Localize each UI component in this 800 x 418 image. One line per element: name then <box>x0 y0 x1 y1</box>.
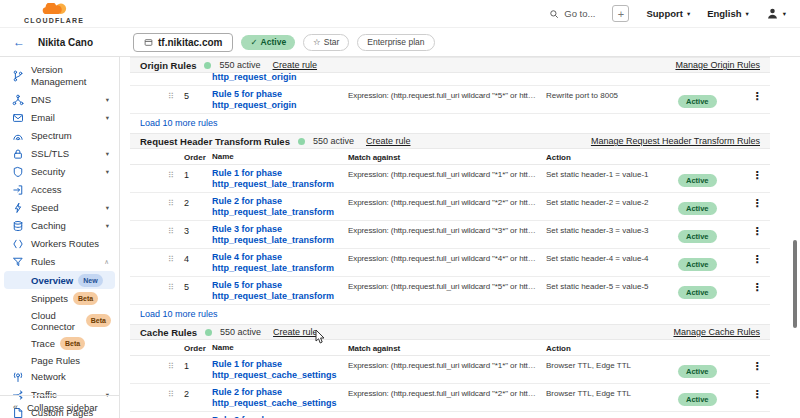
back-arrow-icon[interactable]: ← <box>13 36 25 48</box>
rule-name-link[interactable]: Rule 3 for phase http_request_late_trans… <box>212 224 348 246</box>
sidebar-item-caching[interactable]: Caching ▾ <box>0 217 119 235</box>
sidebar-subitem-label: Trace <box>31 338 55 349</box>
sidebar-item-version-management[interactable]: Version Management <box>0 61 119 91</box>
sidebar-item-snippets[interactable]: Snippets Beta <box>0 289 119 307</box>
rule-match: Expression: (http.request.full_uri wildc… <box>348 387 546 398</box>
rule-name-line1: Rule 5 for phase <box>212 280 348 291</box>
active-count-dot <box>205 329 212 336</box>
account-name[interactable]: Nikita Cano <box>38 37 93 48</box>
sidebar-item-access[interactable]: Access <box>0 181 119 199</box>
sidebar-item-workers-routes[interactable]: Workers Routes <box>0 235 119 253</box>
cloudflare-cloud-icon <box>39 3 69 16</box>
rule-action: Set static header-4 = value-4 <box>546 252 678 263</box>
kebab-menu-icon[interactable]: ⋮ <box>744 359 770 373</box>
section-title: Origin Rules <box>140 60 196 71</box>
sidebar-item-label: Spectrum <box>31 130 72 142</box>
rule-action: Set static header-5 = value-5 <box>546 280 678 291</box>
rule-name-link[interactable]: Rule 1 for phase http_request_cache_sett… <box>212 359 348 381</box>
add-site-button[interactable]: + <box>612 5 629 22</box>
kebab-menu-icon[interactable]: ⋮ <box>744 168 770 182</box>
drag-handle-icon[interactable]: ⠿ <box>168 89 184 101</box>
drag-handle-icon[interactable]: ⠿ <box>168 280 184 292</box>
domain-selector[interactable]: tf.nikitac.com <box>133 33 233 52</box>
cloudflare-logo[interactable]: CLOUDFLARE <box>24 3 84 24</box>
rule-name-link[interactable]: http_request_origin <box>212 73 297 82</box>
rule-match: Expression: (http.request.full_uri wildc… <box>348 168 546 179</box>
sidebar-item-rules[interactable]: Rules ∧ <box>0 253 119 271</box>
goto-search[interactable]: Go to... <box>549 8 595 19</box>
drag-handle-icon[interactable]: ⠿ <box>168 196 184 208</box>
chevron-down-icon: ▾ <box>106 166 109 178</box>
sidebar-item-dns[interactable]: DNS ▾ <box>0 91 119 109</box>
collapse-sidebar-button[interactable]: « Collapse sidebar <box>0 395 119 418</box>
table-row: ⠿ 5 Rule 5 for phase http_request_late_t… <box>130 277 770 305</box>
sidebar-item-cloud-connector[interactable]: Cloud Connector Beta <box>0 307 119 334</box>
manage-cache-rules-link[interactable]: Manage Cache Rules <box>673 327 760 337</box>
sidebar-item-label: SSL/TLS <box>31 148 69 160</box>
support-menu[interactable]: Support ▾ <box>646 8 690 19</box>
sidebar-item-spectrum[interactable]: Spectrum <box>0 127 119 145</box>
rule-name-link[interactable]: Rule 1 for phase http_request_late_trans… <box>212 168 348 190</box>
drag-handle-icon[interactable]: ⠿ <box>168 224 184 236</box>
chevron-down-icon: ▾ <box>106 148 109 160</box>
rule-name-line2: http_request_late_transform <box>212 179 348 190</box>
rule-order: 3 <box>184 224 212 236</box>
kebab-menu-icon[interactable]: ⋮ <box>744 280 770 294</box>
kebab-menu-icon[interactable]: ⋮ <box>744 387 770 401</box>
kebab-menu-icon[interactable]: ⋮ <box>744 224 770 238</box>
column-action: Action <box>546 151 678 162</box>
sidebar-item-security[interactable]: Security ▾ <box>0 163 119 181</box>
scrollbar-thumb[interactable] <box>793 240 797 328</box>
status-badge: Active <box>678 286 717 299</box>
manage-origin-rules-link[interactable]: Manage Origin Rules <box>675 60 760 70</box>
sidebar-item-network[interactable]: Network <box>0 368 119 386</box>
rule-order: 1 <box>184 168 212 180</box>
collapse-icon: « <box>13 402 18 412</box>
create-rule-link[interactable]: Create rule <box>273 60 318 70</box>
sidebar-item-trace[interactable]: Trace Beta <box>0 334 119 352</box>
table-row: ⠿ 2 Rule 2 for phase http_request_cache_… <box>130 384 770 412</box>
sidebar-item-speed[interactable]: Speed ▾ <box>0 199 119 217</box>
sidebar-item-ssl-tls[interactable]: SSL/TLS ▾ <box>0 145 119 163</box>
sidebar-item-label: Email <box>31 112 55 124</box>
rule-name-link[interactable]: Rule 5 for phase http_request_origin <box>212 89 348 111</box>
workers-routes-icon <box>12 238 24 250</box>
table-row: ⠿ 3 Rule 3 for phase http_request_late_t… <box>130 221 770 249</box>
sidebar-item-label: DNS <box>31 94 51 106</box>
column-action: Action <box>546 342 678 353</box>
manage-request-header-transform-rules-link[interactable]: Manage Request Header Transform Rules <box>591 136 760 146</box>
sidebar-item-overview[interactable]: Overview New <box>4 271 115 289</box>
rule-name-line2: http_request_late_transform <box>212 207 348 218</box>
user-menu[interactable]: ▾ <box>766 7 786 20</box>
table-row-clipped: http_request_origin <box>130 73 770 86</box>
sidebar-item-label: Access <box>31 184 62 196</box>
funnel-icon <box>12 256 24 268</box>
language-menu[interactable]: English ▾ <box>707 8 749 19</box>
drag-handle-icon[interactable]: ⠿ <box>168 168 184 180</box>
sidebar-item-page-rules[interactable]: Page Rules <box>0 352 119 368</box>
rule-name-link[interactable]: Rule 4 for phase http_request_late_trans… <box>212 252 348 274</box>
star-button[interactable]: ☆ Star <box>303 34 349 51</box>
kebab-menu-icon[interactable]: ⋮ <box>744 196 770 210</box>
status-cell: Active <box>678 168 744 187</box>
rule-name-link[interactable]: Rule 2 for phase http_request_cache_sett… <box>212 387 348 409</box>
kebab-menu-icon[interactable]: ⋮ <box>744 89 770 103</box>
create-rule-link[interactable]: Create rule <box>273 327 318 337</box>
kebab-menu-icon[interactable]: ⋮ <box>744 252 770 266</box>
create-rule-link[interactable]: Create rule <box>366 136 411 146</box>
drag-handle-icon[interactable]: ⠿ <box>168 359 184 371</box>
sidebar-item-label: Version Management <box>31 64 109 88</box>
database-icon <box>12 220 24 232</box>
rules-submenu: Overview New Snippets Beta Cloud Connect… <box>0 271 119 368</box>
rule-name-link[interactable]: Rule 5 for phase http_request_late_trans… <box>212 280 348 302</box>
sidebar-item-email[interactable]: Email ▾ <box>0 109 119 127</box>
top-bar-actions: Go to... + Support ▾ English ▾ ▾ <box>549 5 786 22</box>
rule-match: Expression: (http.request.full_uri wildc… <box>348 359 546 370</box>
load-more-link[interactable]: Load 10 more rules <box>140 309 218 319</box>
drag-handle-icon[interactable]: ⠿ <box>168 252 184 264</box>
drag-handle-icon[interactable]: ⠿ <box>168 387 184 399</box>
table-row-clipped: ⠿ 3 Rule 3 for phase http_request_cache_… <box>130 412 770 418</box>
load-more-link[interactable]: Load 10 more rules <box>140 118 218 128</box>
rule-name-link[interactable]: Rule 2 for phase http_request_late_trans… <box>212 196 348 218</box>
status-cell: Active <box>678 89 744 108</box>
